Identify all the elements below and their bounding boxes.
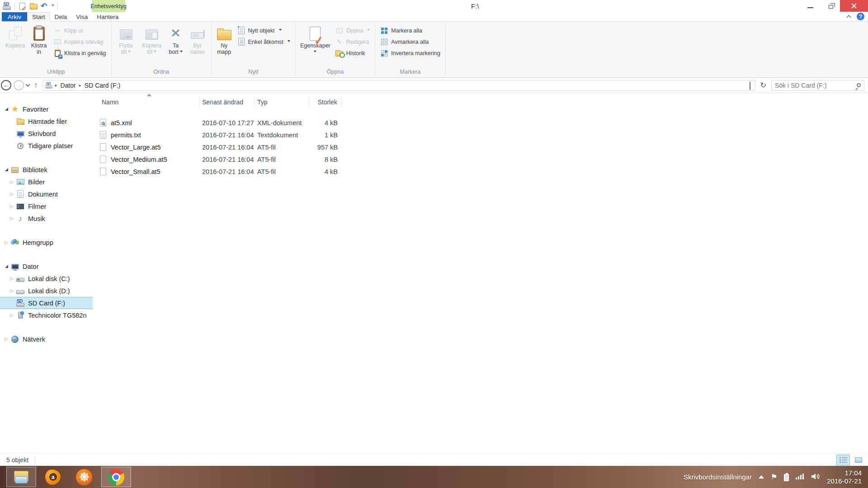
minimize-button[interactable] [800,0,820,12]
properties-qat-button[interactable] [18,2,26,10]
expander-closed-icon[interactable]: ▷ [4,240,9,245]
new-item-button[interactable]: Nytt objekt [235,25,293,36]
close-button[interactable] [840,0,868,12]
back-button[interactable]: ← [1,80,11,90]
minimize-ribbon-icon[interactable] [846,14,851,19]
sidebar-item-lokal-disk-c[interactable]: ▷ Lokal disk (C:) [0,272,93,285]
undo-icon[interactable]: ↶ [41,2,47,10]
column-header-modified[interactable]: Senast ändrad [199,97,255,108]
sidebar-item-filmer[interactable]: ▷ Filmer [0,200,93,212]
tab-visa[interactable]: Visa [71,12,92,21]
recent-locations-chevron-icon[interactable] [26,82,30,87]
expander-closed-icon[interactable]: ▷ [9,313,14,318]
search-input[interactable] [775,82,854,89]
edit-button[interactable]: ✎ Redigera [333,36,373,47]
sidebar-item-dator[interactable]: Dator [0,260,93,272]
restore-button[interactable] [820,0,840,12]
sidebar-item-lokal-disk-d[interactable]: ▷ Lokal disk (D:) [0,285,93,297]
paste-shortcut-button[interactable]: Klistra in genväg [51,47,108,59]
sidebar-item-dokument[interactable]: ▷ Dokument [0,188,93,200]
copy-to-button[interactable]: Kopiera till [139,24,165,56]
sidebar-item-hamtade-filer[interactable]: Hämtade filer [0,115,93,127]
file-row-permits-txt[interactable]: permits.txt 2016-07-21 16:04 Textdokumen… [96,129,868,141]
easy-access-button[interactable]: Enkel åtkomst [235,36,293,47]
properties-button[interactable]: Egenskaper [298,24,332,55]
tab-start[interactable]: Start [27,12,50,22]
group-label-select: Markera [375,68,445,77]
large-icons-view-button[interactable] [852,455,865,465]
file-row-vector-large[interactable]: Vector_Large.at5 2016-07-21 16:04 AT5-fi… [96,141,868,153]
address-dropdown-button[interactable] [747,82,753,89]
select-none-button[interactable]: Avmarkera alla [378,36,442,47]
paste-button[interactable]: Klistra in [28,24,50,56]
copy-button[interactable]: Kopiera [4,24,27,50]
breadcrumb-dator[interactable]: Dator [59,82,77,89]
sidebar-item-skrivbord[interactable]: Skrivbord [0,127,93,140]
volume-icon[interactable] [811,473,820,482]
cut-button[interactable]: ✂ Klipp ut [51,25,108,36]
new-folder-button[interactable]: Ny mapp [214,24,234,56]
expander-closed-icon[interactable]: ▷ [9,276,14,281]
qat-customize-chevron-icon[interactable] [52,5,54,8]
ship-wheel-icon [76,469,92,485]
taskbar-file-explorer-button[interactable] [6,467,36,487]
copy-path-button[interactable]: … Kopiera sökväg [51,36,108,47]
move-to-button[interactable]: Flytta till [114,24,138,56]
expander-closed-icon[interactable]: ▷ [9,288,14,293]
up-button[interactable]: ↑ [32,81,40,90]
file-row-vector-small[interactable]: Vector_Small.at5 2016-07-21 16:04 AT5-fi… [96,165,868,178]
taskbar-clock[interactable]: 17:04 2016-07-21 [827,469,862,485]
sidebar-item-tidigare-platser[interactable]: Tidigare platser [0,140,93,152]
taskbar-helm-app-button[interactable] [70,467,99,487]
file-row-at5-xml[interactable]: at5.xml 2016-07-10 17:27 XML-dokument 4 … [96,117,868,129]
contextual-tab-drive-tools[interactable]: Enhetsverktyg [92,0,125,12]
file-row-vector-medium[interactable]: Vector_Medium.at5 2016-07-21 16:04 AT5-f… [96,153,868,165]
column-header-type[interactable]: Typ [255,97,309,108]
sidebar-item-bilder[interactable]: ▷ Bilder [0,176,93,188]
select-all-button[interactable]: Markera alla [378,25,442,36]
expander-open-icon[interactable] [4,264,9,269]
action-center-flag-icon[interactable]: ⚑ [771,474,777,481]
search-icon[interactable] [857,83,861,87]
history-button[interactable]: Historik [333,47,373,59]
breadcrumb-chevron-icon[interactable]: ▸ [79,83,81,88]
expander-closed-icon[interactable]: ▷ [9,216,14,221]
expander-open-icon[interactable] [4,107,9,112]
expander-open-icon[interactable] [4,167,9,172]
forward-button[interactable]: → [14,80,24,90]
sidebar-item-hemgrupp[interactable]: ▷ Hemgrupp [0,236,93,249]
delete-button[interactable]: ✕ Ta bort [166,24,186,56]
address-bar[interactable]: SD ▸ Dator ▸ SD Card (F:) [42,80,755,91]
rename-button[interactable]: Byt namn [187,24,208,56]
expander-closed-icon[interactable]: ▷ [9,179,14,184]
breadcrumb-chevron-icon[interactable]: ▸ [55,83,57,88]
tab-hantera[interactable]: Hantera [92,12,123,21]
help-icon[interactable]: ? [857,13,864,20]
sidebar-item-musik[interactable]: ▷ ♪ Musik [0,212,93,225]
copy-to-icon [146,26,158,41]
tab-dela[interactable]: Dela [50,12,72,21]
breadcrumb-sd-card[interactable]: SD Card (F:) [83,82,122,89]
show-hidden-icons-icon[interactable] [759,475,764,479]
taskbar-avast-button[interactable]: a [39,467,67,487]
invert-selection-button[interactable]: Invertera markering [378,47,442,59]
expander-closed-icon[interactable]: ▷ [4,337,9,342]
open-button[interactable]: Öppna [333,25,373,36]
sidebar-item-natverk[interactable]: ▷ Nätverk [0,333,93,345]
refresh-button[interactable]: ↻ [758,82,769,89]
desktop-settings-label[interactable]: Skrivbordsinställningar [684,473,752,481]
tab-arkiv[interactable]: Arkiv [2,12,27,21]
network-signal-icon[interactable] [796,473,804,481]
details-view-button[interactable] [836,455,850,465]
power-icon[interactable] [784,474,789,481]
sidebar-item-technicolor[interactable]: ▷ Technicolor TG582n [0,309,93,321]
column-header-size[interactable]: Storlek [309,97,341,108]
sidebar-item-sd-card[interactable]: SD SD Card (F:) [0,297,93,309]
sidebar-item-favoriter[interactable]: ★ Favoriter [0,103,93,115]
expander-closed-icon[interactable]: ▷ [9,192,14,197]
sidebar-item-bibliotek[interactable]: Bibliotek [0,164,93,176]
new-folder-qat-button[interactable] [29,2,38,10]
taskbar-chrome-button[interactable] [101,467,131,487]
expander-closed-icon[interactable]: ▷ [9,204,14,209]
column-header-name[interactable]: Namn [96,97,199,108]
